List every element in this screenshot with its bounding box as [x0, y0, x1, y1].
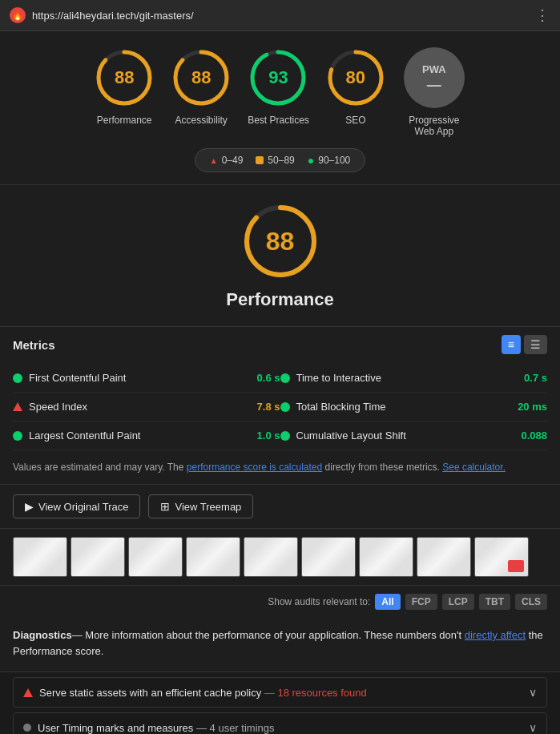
metrics-disclaimer: Values are estimated and may vary. The p… — [13, 460, 547, 484]
metric-cls: Cumulative Layout Shift 0.088 — [280, 421, 548, 450]
filter-lcp-button[interactable]: LCP — [442, 594, 474, 610]
metrics-section: Metrics ≡ ☰ First Contentful Paint 0.6 s… — [0, 327, 560, 485]
metrics-grid: First Contentful Paint 0.6 s Speed Index… — [13, 364, 547, 450]
tti-name: Time to Interactive — [296, 372, 518, 384]
score-cards-section: 88 Performance 88 Accessibility — [0, 31, 560, 185]
screenshot-8[interactable] — [417, 537, 471, 577]
performance-detail-section: 88 Performance — [0, 185, 560, 327]
si-name: Speed Index — [29, 401, 251, 413]
tbt-name: Total Blocking Time — [296, 401, 512, 413]
filter-tbt-button[interactable]: TBT — [479, 594, 510, 610]
audit-timing-detail: — 4 user timings — [193, 722, 274, 734]
audit-filter-bar: Show audits relevant to: All FCP LCP TBT… — [0, 586, 560, 618]
tbt-value: 20 ms — [518, 401, 547, 413]
url-bar: https://ali4heydari.tech/git-masters/ — [32, 10, 529, 22]
menu-button[interactable]: ⋮ — [535, 6, 550, 24]
performance-circle: 88 — [94, 47, 155, 108]
seo-label: SEO — [345, 115, 365, 126]
site-icon: 🔥 — [10, 7, 26, 23]
metric-tti: Time to Interactive 0.7 s — [280, 364, 548, 393]
seo-score: 80 — [346, 67, 365, 88]
audit-cache-warning-icon — [23, 688, 33, 697]
tti-status-icon — [280, 373, 290, 383]
filter-cls-button[interactable]: CLS — [515, 594, 547, 610]
diagnostics-section: Diagnostics— More information about the … — [0, 618, 560, 672]
performance-label: Performance — [97, 115, 152, 126]
audit-timing-text: User Timing marks and measures — 4 user … — [38, 722, 522, 734]
pwa-dash: — — [427, 78, 441, 92]
screenshot-4[interactable] — [186, 537, 240, 577]
seo-circle: 80 — [325, 47, 386, 108]
score-card-performance[interactable]: 88 Performance — [94, 47, 155, 137]
fcp-name: First Contentful Paint — [29, 372, 251, 384]
legend-circle-icon: ● — [308, 154, 314, 167]
action-buttons-row: ▶ View Original Trace ⊞ View Treemap — [0, 485, 560, 529]
cls-value: 0.088 — [521, 430, 547, 442]
diagnostics-description: Diagnostics— More information about the … — [13, 627, 547, 659]
lcp-status-icon — [13, 431, 22, 441]
performance-section-title: Performance — [226, 289, 334, 310]
legend-mid: 50–89 — [256, 155, 294, 166]
legend-low-label: 0–49 — [222, 155, 244, 166]
header-bar: 🔥 https://ali4heydari.tech/git-masters/ … — [0, 0, 560, 31]
audit-cache-detail: — 18 resources found — [261, 687, 367, 699]
screenshot-2[interactable] — [71, 537, 125, 577]
metric-lcp: Largest Contentful Paint 1.0 s — [13, 421, 280, 450]
legend-high-label: 90–100 — [318, 155, 350, 166]
metrics-title: Metrics — [13, 338, 55, 352]
view-treemap-button[interactable]: ⊞ View Treemap — [148, 494, 253, 518]
pwa-circle: PWA — — [404, 47, 465, 108]
calculator-link[interactable]: See calculator. — [442, 462, 506, 473]
legend-low: ▲ 0–49 — [210, 155, 244, 166]
fcp-value: 0.6 s — [257, 372, 280, 384]
accessibility-label: Accessibility — [175, 115, 227, 126]
filter-label: Show audits relevant to: — [268, 596, 370, 607]
screenshot-3[interactable] — [128, 537, 183, 577]
screenshot-7[interactable] — [359, 537, 413, 577]
pwa-text: PWA — [422, 63, 446, 75]
accessibility-score: 88 — [191, 67, 211, 88]
filter-fcp-button[interactable]: FCP — [405, 594, 437, 610]
directly-affect-link[interactable]: directly affect — [465, 629, 526, 641]
tbt-status-icon — [280, 402, 290, 412]
big-performance-circle: 88 — [240, 201, 320, 281]
audit-cache-text: Serve static assets with an efficient ca… — [39, 687, 522, 699]
score-card-pwa[interactable]: PWA — Progressive Web App — [402, 47, 466, 137]
audit-item-cache: Serve static assets with an efficient ca… — [13, 677, 547, 708]
lcp-value: 1.0 s — [257, 430, 280, 442]
metric-tbt: Total Blocking Time 20 ms — [280, 393, 548, 421]
toggle-bar-button[interactable]: ≡ — [502, 335, 521, 354]
view-toggle: ≡ ☰ — [502, 335, 547, 354]
score-card-best-practices[interactable]: 93 Best Practices — [248, 47, 309, 137]
perf-score-link[interactable]: performance score is calculated — [187, 462, 322, 473]
big-performance-score: 88 — [266, 227, 295, 256]
audit-item-timing: User Timing marks and measures — 4 user … — [13, 712, 547, 734]
audit-timing-header[interactable]: User Timing marks and measures — 4 user … — [14, 713, 546, 734]
cls-name: Cumulative Layout Shift — [296, 430, 515, 442]
best-practices-score: 93 — [268, 67, 288, 88]
audit-timing-chevron-icon: ∨ — [529, 721, 537, 734]
legend-square-icon — [256, 156, 264, 164]
audit-cache-header[interactable]: Serve static assets with an efficient ca… — [14, 678, 546, 707]
screenshot-5[interactable] — [244, 537, 298, 577]
performance-score: 88 — [115, 67, 134, 88]
screenshot-9[interactable] — [474, 537, 529, 577]
filter-all-button[interactable]: All — [375, 594, 400, 610]
score-cards-row: 88 Performance 88 Accessibility — [8, 47, 552, 137]
metric-fcp: First Contentful Paint 0.6 s — [13, 364, 280, 393]
screenshot-6[interactable] — [301, 537, 356, 577]
audit-timing-neutral-icon — [23, 724, 31, 732]
score-legend: ▲ 0–49 50–89 ● 90–100 — [195, 148, 366, 172]
screenshot-1[interactable] — [13, 537, 67, 577]
metrics-header: Metrics ≡ ☰ — [13, 335, 547, 354]
score-card-accessibility[interactable]: 88 Accessibility — [171, 47, 232, 137]
view-trace-button[interactable]: ▶ View Original Trace — [13, 494, 140, 518]
legend-triangle-icon: ▲ — [210, 156, 218, 165]
fcp-status-icon — [13, 373, 22, 383]
treemap-icon: ⊞ — [160, 500, 170, 513]
cls-status-icon — [280, 431, 290, 441]
score-card-seo[interactable]: 80 SEO — [325, 47, 386, 137]
si-value: 7.8 s — [257, 401, 280, 413]
best-practices-label: Best Practices — [248, 115, 309, 126]
toggle-list-button[interactable]: ☰ — [524, 335, 547, 354]
